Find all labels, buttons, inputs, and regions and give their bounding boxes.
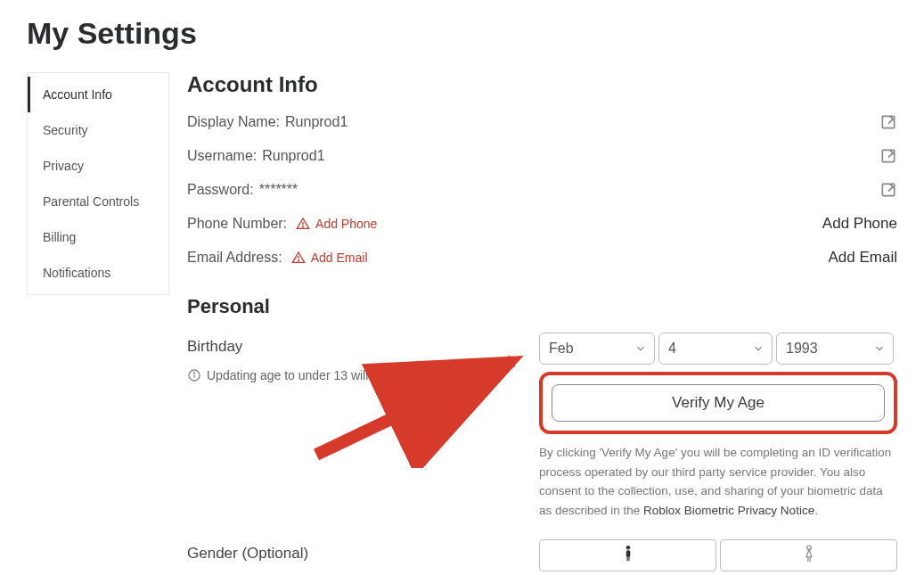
main-content: Account Info Display Name: Runprod1 User… [187,72,897,575]
chevron-down-icon [752,342,765,355]
account-info-heading: Account Info [187,72,897,97]
sidebar-item-label: Account Info [43,87,112,102]
display-name-value: Runprod1 [285,114,348,130]
settings-sidebar: Account Info Security Privacy Parental C… [27,72,169,295]
warning-triangle-icon [296,217,310,231]
svg-rect-13 [628,556,629,561]
gender-label: Gender (Optional) [187,545,539,563]
birthday-label: Birthday [187,338,539,356]
sidebar-item-parental-controls[interactable]: Parental Controls [28,184,168,219]
password-label: Password: [187,182,254,198]
sidebar-item-account-info[interactable]: Account Info [28,77,168,112]
add-phone-action[interactable]: Add Phone [822,215,897,233]
display-name-label: Display Name: [187,114,280,130]
birthday-year-select[interactable]: 1993 [776,333,894,365]
username-label: Username: [187,148,257,164]
biometric-privacy-notice-link[interactable]: Roblox Biometric Privacy Notice [643,504,814,517]
chevron-down-icon [634,342,647,355]
sidebar-item-security[interactable]: Security [28,112,168,148]
gender-female-button[interactable] [720,539,897,571]
email-label: Email Address: [187,250,282,266]
disclaimer-post: . [814,504,818,517]
svg-point-10 [626,546,630,550]
username-value: Runprod1 [262,148,324,164]
male-icon [620,544,636,567]
sidebar-item-label: Security [43,123,88,137]
svg-rect-12 [626,556,627,561]
display-name-row: Display Name: Runprod1 [187,110,897,135]
sidebar-item-label: Billing [43,230,76,244]
svg-point-4 [303,226,304,227]
verify-my-age-button[interactable]: Verify My Age [552,384,885,422]
birthday-day-select[interactable]: 4 [658,333,773,365]
verify-age-highlight-box: Verify My Age [539,372,897,434]
birthday-month-select[interactable]: Feb [539,333,655,365]
add-email-action[interactable]: Add Email [829,249,897,267]
info-circle-icon [187,368,201,382]
sidebar-item-privacy[interactable]: Privacy [28,148,168,184]
email-row: Email Address: Add Email Add Email [187,245,897,270]
gender-male-button[interactable] [539,539,716,571]
edit-icon[interactable] [879,181,897,199]
sidebar-item-billing[interactable]: Billing [28,219,168,255]
add-phone-link[interactable]: Add Phone [315,217,377,231]
chevron-down-icon [873,342,886,355]
birthday-row: Birthday Updating age to under 13 will e… [187,333,897,520]
select-value: 4 [668,341,676,357]
gender-row: Gender (Optional) [187,539,897,571]
page-title: My Settings [27,16,897,51]
edit-icon[interactable] [879,113,897,131]
sidebar-item-label: Parental Controls [43,194,139,209]
select-value: 1993 [786,341,818,357]
phone-label: Phone Number: [187,216,287,232]
personal-heading: Personal [187,295,897,318]
sidebar-item-label: Notifications [43,266,110,280]
sidebar-item-label: Privacy [43,159,84,173]
password-value: ******* [259,182,298,198]
sidebar-item-notifications[interactable]: Notifications [28,255,168,291]
password-row: Password: ******* [187,177,897,202]
verify-disclaimer: By clicking 'Verify My Age' you will be … [539,443,897,520]
female-icon [801,544,817,567]
username-row: Username: Runprod1 [187,144,897,168]
under13-hint: Updating age to under 13 will enable Pri… [207,368,492,382]
select-value: Feb [549,341,574,357]
svg-point-6 [298,260,298,261]
edit-icon[interactable] [879,147,897,165]
svg-rect-11 [626,551,630,558]
warning-triangle-icon [291,251,306,265]
phone-row: Phone Number: Add Phone Add Phone [187,211,897,236]
add-email-link[interactable]: Add Email [311,251,368,265]
svg-point-9 [193,373,194,374]
